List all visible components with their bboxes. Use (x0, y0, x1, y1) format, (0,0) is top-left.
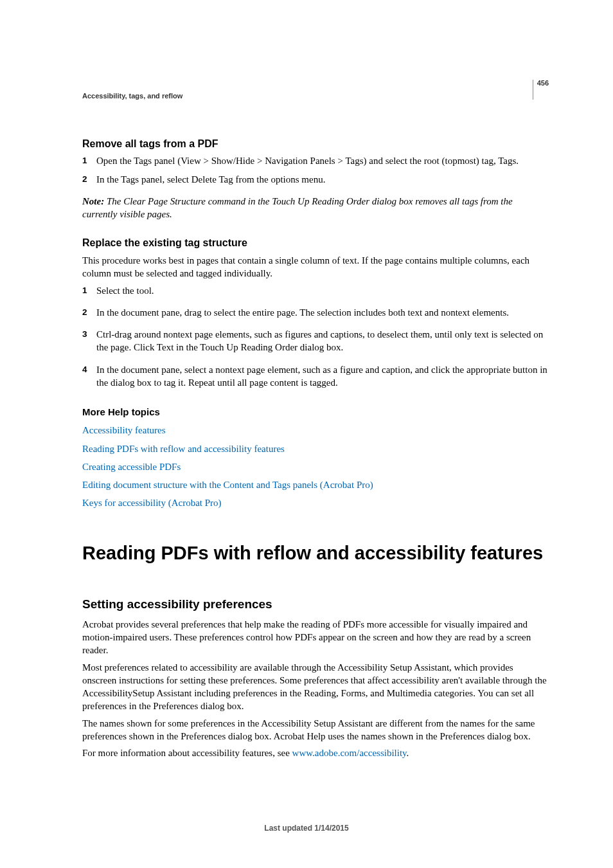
text-fragment: . (407, 748, 409, 758)
list-item: 2 In the Tags panel, select Delete Tag f… (82, 173, 549, 186)
step-number: 1 (82, 284, 96, 297)
breadcrumb: Accessibility, tags, and reflow (82, 91, 549, 101)
link-keys-accessibility[interactable]: Keys for accessibility (Acrobat Pro) (82, 496, 222, 509)
step-text: In the document pane, drag to select the… (96, 306, 549, 319)
link-reading-pdfs-reflow[interactable]: Reading PDFs with reflow and accessibili… (82, 442, 285, 455)
link-creating-accessible-pdfs[interactable]: Creating accessible PDFs (82, 460, 181, 473)
link-editing-structure[interactable]: Editing document structure with the Cont… (82, 478, 373, 491)
heading-setting-prefs: Setting accessibility preferences (82, 596, 549, 613)
step-number: 1 (82, 154, 96, 167)
step-number: 4 (82, 363, 96, 390)
step-text: Select the tool. (96, 284, 549, 297)
page-number: 456 (533, 80, 549, 100)
link-accessibility-features[interactable]: Accessibility features (82, 424, 166, 437)
step-number: 3 (82, 328, 96, 354)
more-help-links: Accessibility features Reading PDFs with… (82, 424, 549, 514)
body-paragraph: Most preferences related to accessibilit… (82, 661, 549, 713)
page: 456 Accessibility, tags, and reflow Remo… (0, 0, 613, 868)
list-item: 3 Ctrl-drag around nontext page elements… (82, 328, 549, 354)
step-text: Ctrl-drag around nontext page elements, … (96, 328, 549, 354)
step-number: 2 (82, 306, 96, 319)
body-paragraph: For more information about accessibility… (82, 746, 549, 759)
note-paragraph: Note: The Clear Page Structure command i… (82, 195, 549, 221)
step-text: Open the Tags panel (View > Show/Hide > … (96, 154, 549, 167)
heading-remove-tags: Remove all tags from a PDF (82, 137, 549, 151)
list-item: 1 Open the Tags panel (View > Show/Hide … (82, 154, 549, 167)
step-text: In the Tags panel, select Delete Tag fro… (96, 173, 549, 186)
intro-paragraph: This procedure works best in pages that … (82, 254, 549, 280)
text-fragment: For more information about accessibility… (82, 748, 292, 758)
list-item: 2 In the document pane, drag to select t… (82, 306, 549, 319)
list-item: 1 Select the tool. (82, 284, 549, 297)
body-paragraph: Acrobat provides several preferences tha… (82, 618, 549, 657)
steps-remove-tags: 1 Open the Tags panel (View > Show/Hide … (82, 154, 549, 186)
body-paragraph: The names shown for some preferences in … (82, 717, 549, 743)
step-number: 2 (82, 173, 96, 186)
note-text: The Clear Page Structure command in the … (82, 196, 513, 219)
chapter-heading: Reading PDFs with reflow and accessibili… (82, 542, 549, 565)
heading-replace-structure: Replace the existing tag structure (82, 236, 549, 250)
list-item: 4 In the document pane, select a nontext… (82, 363, 549, 390)
step-text: In the document pane, select a nontext p… (96, 363, 549, 390)
steps-replace-structure: 1 Select the tool. 2 In the document pan… (82, 284, 549, 390)
footer-last-updated: Last updated 1/14/2015 (0, 823, 613, 833)
link-adobe-accessibility[interactable]: www.adobe.com/accessibility (292, 748, 407, 758)
note-label: Note: (82, 196, 104, 206)
heading-more-help: More Help topics (82, 406, 549, 419)
